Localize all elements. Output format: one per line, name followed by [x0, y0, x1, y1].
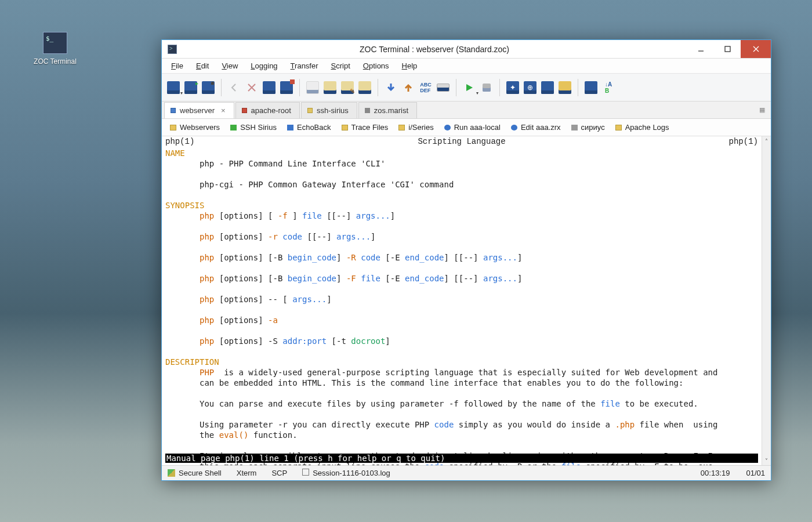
menu-options[interactable]: Options — [357, 59, 395, 72]
bm-echoback[interactable]: EchoBack — [287, 123, 331, 132]
window-title: ZOC Terminal : webserver (Standard.zoc) — [182, 45, 687, 54]
tb-tool1-button[interactable] — [583, 78, 599, 97]
tab-overview-icon[interactable]: ▦ — [759, 106, 765, 114]
scroll-up-icon[interactable]: ˄ — [762, 136, 771, 146]
app-icon — [168, 45, 177, 54]
menu-script[interactable]: Script — [325, 59, 356, 72]
minimize-button[interactable] — [687, 40, 714, 58]
tb-cancel-button[interactable] — [244, 78, 260, 97]
close-button[interactable] — [741, 40, 771, 58]
bm-run-aaa-local[interactable]: Run aaa-local — [444, 123, 501, 132]
tab-zos-marist[interactable]: zos.marist — [358, 102, 417, 118]
bm-ssh-sirius[interactable]: SSH Sirius — [230, 123, 277, 132]
tb-open-folder-button[interactable] — [557, 78, 573, 97]
bm-trace-files[interactable]: Trace Files — [342, 123, 389, 132]
menu-edit[interactable]: Edit — [190, 59, 215, 72]
tb-session1-button[interactable] — [261, 78, 277, 97]
status-logfile[interactable]: Session-1116-0103.log — [302, 469, 390, 477]
terminal-viewport[interactable]: php(1) Scripting Language php(1) NAME ph… — [162, 136, 762, 465]
tb-target-button[interactable]: ⊕ — [522, 78, 538, 97]
tab-status-icon — [171, 108, 176, 113]
session-tabbar: webserver × apache-root ssh-sirius zos.m… — [162, 102, 771, 119]
desktop-shortcut-label: ZOC Terminal — [34, 57, 77, 66]
zoc-terminal-window: ZOC Terminal : webserver (Standard.zoc) … — [161, 39, 771, 481]
terminal-content: NAME php - PHP Command Line Interface 'C… — [165, 148, 758, 465]
shield-icon — [168, 469, 175, 477]
tb-connect-button[interactable]: ▸ — [183, 78, 199, 97]
menu-logging[interactable]: Logging — [245, 59, 283, 72]
tb-abc-button[interactable]: ABCDEF — [418, 78, 434, 97]
scroll-down-icon[interactable]: ˅ — [762, 456, 771, 465]
vertical-scrollbar[interactable]: ˄ ˅ — [762, 136, 771, 465]
bm-webservers[interactable]: Webservers — [170, 123, 220, 132]
status-emulation: Xterm — [237, 469, 257, 477]
tab-webserver[interactable]: webserver × — [164, 102, 234, 118]
status-elapsed: 00:13:19 — [701, 469, 730, 477]
toolbar: ▸ ◾ ✎ ABCDEF ✦ ⊕ ↓AB — [162, 74, 771, 102]
tb-screen-button[interactable] — [539, 78, 556, 97]
tab-label: apache-root — [251, 106, 291, 115]
tb-copy-button[interactable] — [304, 78, 321, 97]
man-header-center: Scripting Language — [418, 136, 505, 147]
tb-edit-button[interactable]: ✎ — [339, 78, 356, 97]
menu-transfer[interactable]: Transfer — [285, 59, 324, 72]
tb-hostdir-button[interactable] — [165, 78, 182, 97]
pager-status-line: Manual page php(1) line 1 (press h for h… — [165, 454, 758, 463]
tb-disconnect-button[interactable]: ◾ — [200, 78, 216, 97]
tb-keyboard-button[interactable] — [435, 78, 451, 97]
checkbox-icon[interactable] — [302, 469, 309, 476]
tab-close-icon[interactable]: × — [221, 106, 226, 115]
tab-ssh-sirius[interactable]: ssh-sirius — [301, 102, 357, 118]
titlebar[interactable]: ZOC Terminal : webserver (Standard.zoc) — [162, 40, 771, 59]
tb-tool2-button[interactable]: ↓AB — [600, 78, 617, 97]
menubar: File Edit View Logging Transfer Script O… — [162, 59, 771, 74]
tab-label: ssh-sirius — [317, 106, 349, 115]
tb-back-button[interactable] — [226, 78, 242, 97]
svg-rect-0 — [725, 46, 730, 52]
menu-file[interactable]: File — [165, 59, 189, 72]
tb-session2-button[interactable] — [278, 78, 295, 97]
bm-iseries[interactable]: i/Series — [398, 123, 433, 132]
menu-view[interactable]: View — [216, 59, 244, 72]
tb-print-button[interactable] — [357, 78, 373, 97]
bm-edit-aaa-zrx[interactable]: Edit aaa.zrx — [511, 123, 561, 132]
menu-help[interactable]: Help — [396, 59, 423, 72]
statusbar: Secure Shell Xterm SCP Session-1116-0103… — [162, 465, 771, 480]
tab-status-icon — [365, 108, 370, 113]
desktop-shortcut-zoc[interactable]: ZOC Terminal — [32, 32, 78, 66]
tab-status-icon — [242, 108, 247, 113]
tb-download-button[interactable] — [383, 78, 399, 97]
status-position: 01/01 — [746, 469, 765, 477]
tab-status-icon — [307, 108, 313, 113]
man-header-right: php(1) — [729, 136, 758, 147]
tab-apache-root[interactable]: apache-root — [235, 102, 300, 118]
tb-options-button[interactable]: ✦ — [505, 78, 521, 97]
bm-sirius-ru[interactable]: сириус — [571, 123, 605, 132]
bm-apache-logs[interactable]: Apache Logs — [615, 123, 669, 132]
status-connection: Secure Shell — [168, 469, 222, 477]
tb-paste-button[interactable] — [322, 78, 338, 97]
tb-run-script-button[interactable] — [461, 78, 477, 97]
tb-stop-script-button[interactable] — [478, 78, 495, 97]
tab-label: zos.marist — [374, 106, 408, 115]
tab-label: webserver — [180, 106, 215, 115]
maximize-button[interactable] — [714, 40, 741, 58]
status-protocol: SCP — [271, 469, 287, 477]
terminal-icon — [43, 32, 67, 54]
man-header-left: php(1) — [165, 136, 194, 147]
bookmark-bar: Webservers SSH Sirius EchoBack Trace Fil… — [162, 119, 771, 136]
tb-upload-button[interactable] — [400, 78, 416, 97]
